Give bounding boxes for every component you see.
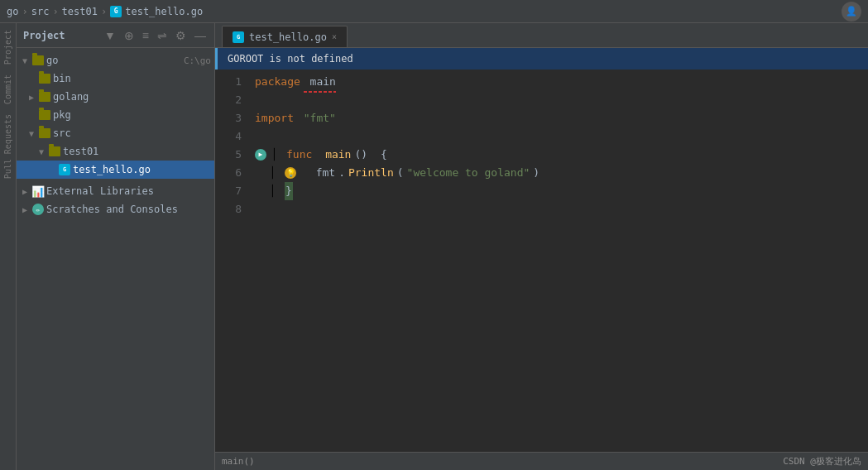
tree-item-bin[interactable]: bin bbox=[17, 70, 214, 88]
go-file-icon-tree: G bbox=[59, 164, 70, 175]
breadcrumb-file: G test_hello.go bbox=[110, 6, 203, 17]
sidebar-gear-button[interactable]: ⚙ bbox=[174, 27, 188, 44]
tree-label-golang: golang bbox=[53, 91, 211, 103]
code-line-4 bbox=[255, 127, 868, 146]
tree-label-scratches: Scratches and Consoles bbox=[46, 204, 211, 215]
kw-import: import bbox=[255, 109, 294, 127]
hint-bulb-icon[interactable]: 💡 bbox=[285, 167, 296, 179]
title-bar: go › src › test01 › G test_hello.go 👤 bbox=[0, 0, 868, 23]
breadcrumb-filename[interactable]: test_hello.go bbox=[125, 6, 203, 17]
indent-6 bbox=[300, 164, 313, 182]
tree-label-bin: bin bbox=[53, 73, 211, 84]
line-num-5: 5 bbox=[215, 146, 242, 164]
tree-item-scratches[interactable]: ✏ Scratches and Consoles bbox=[17, 200, 214, 218]
tab-filename: test_hello.go bbox=[249, 31, 327, 43]
pkg-main: main bbox=[304, 73, 336, 91]
tree-item-golang[interactable]: golang bbox=[17, 88, 214, 106]
sidebar-list-button[interactable]: ≡ bbox=[141, 27, 151, 44]
sidebar-dropdown-button[interactable]: ▼ bbox=[103, 27, 117, 44]
toolbar-commit[interactable]: Commit bbox=[2, 71, 14, 108]
tree-label-test01: test01 bbox=[63, 146, 211, 157]
sidebar: Project ▼ ⊕ ≡ ⇌ ⚙ — go C:\go bin bbox=[17, 23, 215, 470]
tree-arrow-ext-libs bbox=[20, 186, 30, 196]
line-num-7: 7 bbox=[215, 182, 242, 200]
line-num-4: 4 bbox=[215, 127, 242, 146]
line-num-2: 2 bbox=[215, 91, 242, 109]
code-line-3: import "fmt" bbox=[255, 109, 868, 127]
folder-icon-pkg bbox=[39, 110, 50, 120]
line-num-1: 1 bbox=[215, 73, 242, 91]
folder-icon-go bbox=[32, 55, 44, 65]
editor-area: G test_hello.go × GOROOT is not defined … bbox=[215, 23, 868, 470]
breadcrumb-test01[interactable]: test01 bbox=[62, 6, 98, 17]
sidebar-split-button[interactable]: ⇌ bbox=[156, 27, 169, 44]
line-num-3: 3 bbox=[215, 109, 242, 127]
space-5a bbox=[315, 146, 322, 164]
editor-content: 1 2 3 4 5 6 7 8 package main imp bbox=[215, 70, 868, 452]
folder-icon-golang bbox=[39, 92, 50, 102]
paren-open: () bbox=[354, 146, 367, 164]
left-vertical-toolbar: Project Commit Pull Requests bbox=[0, 23, 17, 470]
code-line-6: ▏ 💡 fmt . Println ( "welcome to goland" … bbox=[255, 164, 868, 182]
code-line-8 bbox=[255, 200, 868, 218]
sidebar-title: Project bbox=[23, 30, 65, 41]
code-line-2 bbox=[255, 91, 868, 109]
error-banner-text: GOROOT is not defined bbox=[228, 53, 353, 65]
user-account-button[interactable]: 👤 bbox=[842, 2, 861, 22]
run-button[interactable]: ▶ bbox=[255, 149, 266, 161]
tab-file-icon: G bbox=[233, 31, 244, 43]
str-welcome: "welcome to goland" bbox=[407, 164, 530, 182]
main-layout: Project Commit Pull Requests Project ▼ ⊕… bbox=[0, 23, 868, 470]
toolbar-pull-requests[interactable]: Pull Requests bbox=[2, 111, 14, 182]
tree-arrow-golang bbox=[26, 92, 36, 102]
str-fmt: "fmt" bbox=[297, 109, 336, 127]
tree-label-src: src bbox=[53, 127, 211, 139]
run-placeholder-7 bbox=[255, 182, 266, 200]
folder-icon-test01 bbox=[49, 146, 60, 156]
brace-close: } bbox=[285, 182, 293, 200]
kw-func: func bbox=[286, 146, 312, 164]
brace-open: { bbox=[381, 146, 387, 164]
tree-item-go-root[interactable]: go C:\go bbox=[17, 51, 214, 70]
pkg-fmt: fmt bbox=[316, 164, 335, 182]
status-right: CSDN @极客进化岛 bbox=[783, 455, 861, 468]
title-bar-right: 👤 bbox=[842, 2, 861, 22]
tree-item-pkg[interactable]: pkg bbox=[17, 106, 214, 124]
tree-label-go: go bbox=[46, 55, 181, 66]
line-num-8: 8 bbox=[215, 200, 242, 218]
line-num-6: 6 bbox=[215, 164, 242, 182]
error-banner[interactable]: GOROOT is not defined bbox=[215, 48, 868, 70]
status-bar: main() CSDN @极客进化岛 bbox=[215, 452, 868, 470]
dot-6: . bbox=[338, 164, 345, 182]
tree-arrow-scratches bbox=[20, 204, 30, 214]
sidebar-toolbar: Project ▼ ⊕ ≡ ⇌ ⚙ — bbox=[17, 23, 214, 48]
go-path-label: C:\go bbox=[184, 55, 211, 66]
fn-main: main bbox=[325, 146, 351, 164]
tree-item-external-libs[interactable]: 📊 External Libraries bbox=[17, 182, 214, 200]
folder-icon-src bbox=[39, 128, 50, 138]
gutter-5: ▏ bbox=[271, 149, 283, 161]
file-tree: go C:\go bin golang pkg bbox=[17, 48, 214, 470]
space-5b bbox=[371, 146, 377, 164]
breadcrumb-src[interactable]: src bbox=[31, 6, 50, 17]
code-editor[interactable]: package main import "fmt" ▶ ▏ func bbox=[248, 70, 868, 452]
tree-item-test01[interactable]: test01 bbox=[17, 142, 214, 161]
tree-arrow-go bbox=[20, 55, 30, 65]
code-line-7: ▏ } bbox=[255, 182, 868, 200]
code-line-5: ▶ ▏ func main () { bbox=[255, 146, 868, 164]
scratch-icon: ✏ bbox=[32, 204, 44, 215]
paren-close-6: ) bbox=[533, 164, 540, 182]
sidebar-close-button[interactable]: — bbox=[193, 27, 208, 44]
toolbar-project[interactable]: Project bbox=[2, 26, 14, 68]
editor-tab-test-hello[interactable]: G test_hello.go × bbox=[222, 26, 348, 47]
tree-item-src[interactable]: src bbox=[17, 124, 214, 142]
run-placeholder bbox=[255, 164, 266, 182]
tree-item-test-hello-go[interactable]: G test_hello.go bbox=[17, 161, 214, 179]
tree-arrow-test01 bbox=[36, 146, 46, 156]
tab-bar: G test_hello.go × bbox=[215, 23, 868, 48]
tree-label-test-hello: test_hello.go bbox=[73, 164, 211, 175]
sidebar-earth-button[interactable]: ⊕ bbox=[122, 27, 136, 44]
breadcrumb-go[interactable]: go bbox=[7, 6, 18, 17]
tab-close-button[interactable]: × bbox=[332, 32, 337, 41]
folder-icon-bin bbox=[39, 74, 50, 84]
